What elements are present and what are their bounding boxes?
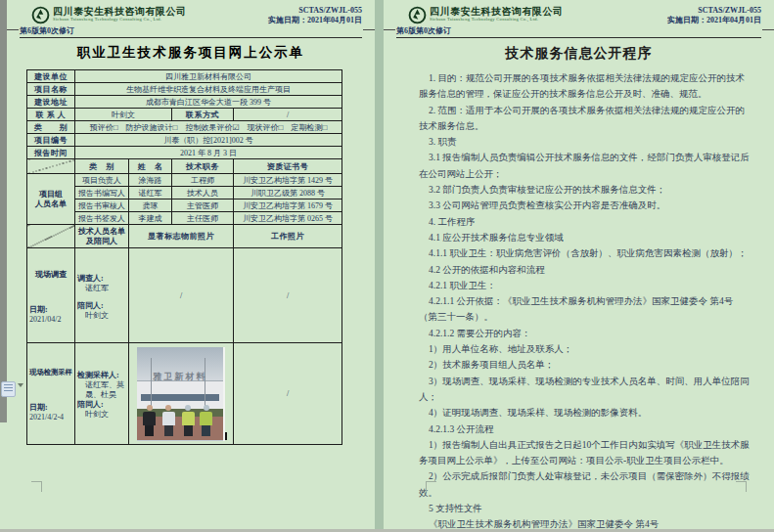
company-logo-icon [31,6,50,24]
text-boundary-mark [31,481,42,492]
window-left-edge [0,0,7,422]
personnel-name: 龚琢 [129,200,172,212]
company-logo-icon [408,6,427,24]
header-edge-dash [762,29,774,30]
paragraph: 3.3 公司网站管理员负责检查核实公开内容是否准确及时。 [419,198,751,213]
paragraph: 3. 职责 [419,134,751,150]
photo-building-windows [141,394,220,402]
impl-date: 实施日期：2021年04月01日 [667,16,761,25]
document-page-2: 四川泰安生科技咨询有限公司 Sichuan Taiansheng Technol… [384,0,774,529]
diagonal-cell [27,159,75,174]
company-name: 四川泰安生科技咨询有限公司 [430,6,564,17]
personnel-category: 报告书签发人 [75,212,129,225]
survey-detail-cell: 调查人: 谌红军 陪同人: 叶剑文 [75,248,129,343]
revision-label: 第6版第0次修订 [396,25,761,36]
photo-person [143,405,156,436]
document-page-1: 四川泰安生科技咨询有限公司 Sichuan Taiansheng Technol… [7,0,375,529]
personnel-category: 项目负责人 [75,174,129,187]
field-label: 联系方式 [172,109,234,121]
field-label: 报告时间 [27,147,75,159]
personnel-row: 报告书审核人 龚琢 主管医师 川安卫乙构培字第 1679 号 [27,200,342,212]
paste-options-dropdown-icon[interactable] [18,383,23,387]
doc-header: 四川泰安生科技咨询有限公司 Sichuan Taiansheng Technol… [396,6,761,38]
photo-flagpole [205,358,205,410]
paragraph: 4. 工作程序 [419,214,751,230]
group-label-cell: 项目组 人员名单 [27,174,75,225]
personnel-name: 李建成 [129,212,172,225]
table-row: 类 别 预评价□ 防护设施设计□ 控制效果评价☑ 现状评价□ 定期检测□ [27,121,342,134]
personnel-row: 报告书编写人 谌红军 技术人员 川职卫乙级第 2088 号 [27,187,342,200]
table-row: 建设地址 成都市青白江区华金大道一段 399 号 [27,96,342,109]
personnel-title: 主任医师 [172,212,234,225]
table-row: 报告时间 2021 年 8 月 3 日 [27,147,342,159]
paragraph: 2. 范围：适用于本公司开展的各项技术服务依据相关法律法规的规定应公开的技术服务… [419,103,751,135]
page1-title: 职业卫生技术服务项目网上公示单 [7,44,375,62]
landmark-photo-header: 显著标志物前照片 [129,225,234,248]
paragraph: 2）公示完成后报部门负责人处审核登记，未公示项目（需保密除外）不得报绩效。 [419,468,751,501]
page2-title: 技术服务信息公开程序 [384,45,774,63]
sampling-row: 现场检测采样 日期: 2021/4/2-4 检测采样人: 谌红军、莫晟、杜昊 陪… [27,343,342,445]
personnel-category: 报告书审核人 [75,200,129,212]
personnel-header-row: 类 别 姓 名 技术职务 资质证书号 [27,159,342,174]
col-header: 姓 名 [129,159,172,174]
survey-row: 现场调查 日期: 2021/04/2 调查人: 谌红军 陪同人: 叶剑文 [27,248,342,343]
paragraph: 5 支持性文件 [419,501,751,516]
personnel-cert: 川安卫乙构培字第 1679 号 [234,200,342,212]
paragraph: 3.2 部门负责人负责审核登记应公开的技术服务信息文件； [419,182,751,198]
personnel-name: 谌红军 [129,187,172,200]
photo-header-row: 技术人员名单 及陪同人 显著标志物前照片 工作照片 [27,225,342,248]
field-value: / [234,109,342,121]
paste-options-icon[interactable] [1,381,16,397]
diagonal-cell [27,225,75,248]
field-value: 四川雅卫新材料有限公司 [75,70,342,83]
field-value: 叶剑文 [75,109,172,121]
page-gap [375,0,384,529]
paragraph: 4.2.1.3 公开流程 [419,421,751,437]
paragraph: 1）用人单位名称、地址及联系人； [419,341,751,357]
survey-photo-cell: / [129,248,234,343]
doc-code: SCTAS/ZWJL-055 [667,6,761,16]
doc-code: SCTAS/ZWJL-055 [268,6,362,16]
paragraph: 4.2.1.2 需要公开的内容： [419,326,751,341]
photo-building-sign: 雅卫新材料 [137,371,223,383]
paragraph: 1）报告编制人自出具正式报告之日起10个工作日内如实填写《职业卫生技术服务项目网… [419,437,751,469]
paragraph: 2）技术服务项目组人员名单； [419,357,751,373]
category-checkboxes: 预评价□ 防护设施设计□ 控制效果评价☑ 现状评价□ 定期检测□ [75,121,342,134]
col-header: 类 别 [75,159,129,174]
company-name: 四川泰安生科技咨询有限公司 [53,6,187,17]
survey-workphoto-cell: / [234,248,342,343]
header-edge-dash [384,29,395,30]
field-label: 建设地址 [27,96,75,109]
field-value: 成都市青白江区华金大道一段 399 号 [75,96,342,109]
sampling-label-cell: 现场检测采样 日期: 2021/4/2-4 [27,343,75,445]
company-name-en: Sichuan Taiansheng Technology Consulting… [53,17,187,22]
personnel-cert: 川职卫乙级第 2088 号 [234,187,342,200]
doc-header: 四川泰安生科技咨询有限公司 Sichuan Taiansheng Technol… [20,6,362,38]
paragraph: 4）证明现场调查、现场采样、现场检测的影像资料。 [419,405,751,421]
header-edge-dash [7,29,19,30]
photo-person [200,405,212,436]
sampling-photo-cell: 雅卫新材料 [129,343,234,445]
personnel-title: 主管医师 [172,200,234,212]
personnel-title: 技术人员 [172,187,234,200]
work-photo-header: 工作照片 [234,225,342,248]
company-name-en: Sichuan Taiansheng Technology Consulting… [430,17,564,22]
table-row: 联 系 人 叶剑文 联系方式 / [27,109,342,121]
field-label: 建设单位 [27,70,75,83]
table-row: 项目编号 川泰（职）控[2021]002 号 [27,134,342,147]
text-boundary-mark [736,481,747,492]
publicity-table: 建设单位 四川雅卫新材料有限公司 项目名称 生物基纤维非织造复合材料及终端应用生… [26,69,342,445]
impl-date: 实施日期：2021年04月01日 [268,16,362,25]
staff-list-header: 技术人员名单 及陪同人 [75,225,129,248]
photo-person [162,405,175,436]
paragraph: 3）现场调查、现场采样、现场检测的专业技术人员名单、时间、用人单位陪同人； [419,374,751,406]
field-label: 类 别 [27,121,75,134]
table-row: 项目名称 生物基纤维非织造复合材料及终端应用生产项目 [27,83,342,96]
header-edge-dash [363,29,375,30]
paragraph: 4.1 应公开技术服务信息专业领域 [419,230,751,245]
text-boundary-mark [426,481,436,492]
table-row: 建设单位 四川雅卫新材料有限公司 [27,70,342,83]
procedure-body: 1. 目的：规范公司开展的各项技术服务依据相关法律法规的规定应公开的技术服务信息… [419,70,751,532]
personnel-row: 报告书签发人 李建成 主任医师 川安卫乙构培字第 0265 号 [27,212,342,225]
field-label: 项目编号 [27,134,75,147]
